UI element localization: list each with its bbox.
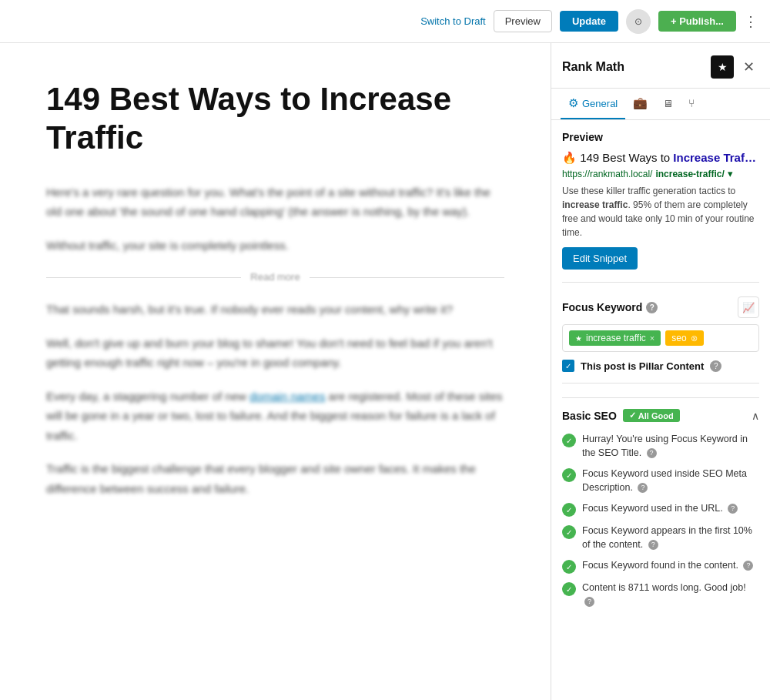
seo-item-4: ✓ Focus Keyword appears in the first 10%… (562, 524, 759, 551)
seo-item-help-6[interactable]: ? (584, 597, 594, 607)
seo-item-help-5[interactable]: ? (743, 561, 753, 571)
all-good-text: All Good (638, 411, 674, 420)
switch-to-draft-link[interactable]: Switch to Draft (420, 15, 486, 27)
seo-item-2: ✓ Focus Keyword used inside SEO Meta Des… (562, 467, 759, 494)
tab-schema[interactable]: ⑂ (681, 89, 702, 119)
divider-line-left (46, 277, 241, 278)
seo-item-help-3[interactable]: ? (728, 504, 738, 514)
section-divider-2 (562, 383, 759, 383)
paragraph-5: Every day, a staggering number of new do… (46, 387, 504, 446)
basic-seo-header[interactable]: Basic SEO ✓ All Good ∧ (562, 409, 759, 422)
basic-seo-label: Basic SEO (562, 410, 617, 422)
focus-keyword-header: Focus Keyword ? 📈 (562, 296, 759, 318)
pillar-checkbox[interactable]: ✓ (562, 360, 574, 372)
all-good-badge: ✓ All Good (623, 409, 680, 422)
seo-item-help-2[interactable]: ? (638, 483, 648, 493)
seo-item-help-1[interactable]: ? (647, 448, 657, 458)
pillar-help-icon[interactable]: ? (710, 360, 721, 372)
sidebar-tabs: ⚙ General 💼 🖥 ⑂ (551, 89, 770, 120)
url-base: https://rankmath.local/ (562, 169, 652, 179)
seo-check-icon-3: ✓ (562, 503, 576, 517)
tab-briefcase[interactable]: 💼 (625, 89, 655, 119)
seo-check-icon-6: ✓ (562, 582, 576, 596)
paragraph-4: Well, don't give up and burn your blog t… (46, 333, 504, 373)
paragraph-3: That sounds harsh, but it's true. If nob… (46, 300, 504, 320)
star-button[interactable]: ★ (711, 55, 734, 79)
settings-circle-button[interactable]: ⊙ (626, 9, 651, 34)
focus-keyword-label: Focus Keyword ? (562, 301, 658, 313)
edit-snippet-button[interactable]: Edit Snippet (562, 247, 638, 270)
seo-check-icon-5: ✓ (562, 560, 576, 574)
preview-url: https://rankmath.local/increase-traffic/… (562, 168, 759, 179)
seo-item-6: ✓ Content is 8711 words long. Good job! … (562, 581, 759, 608)
basic-seo-title: Basic SEO ✓ All Good (562, 409, 680, 422)
url-dropdown-icon[interactable]: ▾ (728, 168, 733, 179)
post-body: Here's a very rare question for you. Wha… (46, 183, 504, 499)
basic-seo-section: Basic SEO ✓ All Good ∧ ✓ Hurray! You're … (562, 397, 759, 608)
focus-keyword-text: Focus Keyword (562, 301, 642, 313)
seo-item-1: ✓ Hurray! You're using Focus Keyword in … (562, 433, 759, 460)
paragraph-6: Traffic is the biggest challenge that ev… (46, 459, 504, 498)
read-more-divider: Read more (46, 269, 504, 286)
sidebar-header: Rank Math ★ ✕ (551, 43, 770, 89)
trend-chart-icon: 📈 (742, 302, 755, 313)
pillar-label: This post is Pillar Content (581, 360, 704, 372)
briefcase-icon: 💼 (633, 96, 648, 110)
seo-item-help-4[interactable]: ? (648, 540, 658, 550)
focus-keyword-help-icon[interactable]: ? (646, 302, 658, 313)
focus-keyword-section: Focus Keyword ? 📈 ★ increase traffic × s… (562, 296, 759, 372)
keyword-tag-seo: seo ⊗ (665, 330, 703, 346)
keyword-tags-input[interactable]: ★ increase traffic × seo ⊗ (562, 324, 759, 352)
graph-icon: ⑂ (688, 97, 695, 109)
sidebar-title: Rank Math (562, 60, 624, 74)
rank-math-sidebar: Rank Math ★ ✕ ⚙ General 💼 🖥 ⑂ Preview (551, 43, 770, 700)
preview-label: Preview (562, 131, 759, 143)
seo-item-text-4: Focus Keyword appears in the first 10% o… (582, 524, 759, 551)
star-icon-small: ★ (575, 334, 582, 343)
preview-title-text: 149 Best Ways to (580, 151, 673, 164)
preview-button[interactable]: Preview (494, 10, 552, 32)
close-button[interactable]: ✕ (738, 57, 759, 77)
monitor-icon: 🖥 (663, 98, 673, 109)
tab-social[interactable]: 🖥 (655, 90, 681, 119)
domain-names-link[interactable]: domain names (249, 390, 325, 403)
trend-icon-button[interactable]: 📈 (738, 296, 759, 318)
top-bar: Switch to Draft Preview Update ⊙ + Publi… (0, 0, 770, 43)
preview-section: Preview 🔥 149 Best Ways to Increase Traf… (562, 131, 759, 270)
update-button[interactable]: Update (560, 11, 618, 32)
pillar-content-row: ✓ This post is Pillar Content ? (562, 360, 759, 372)
checkmark-icon: ✓ (629, 410, 636, 420)
seo-check-icon-2: ✓ (562, 468, 576, 482)
seo-item-text-2: Focus Keyword used inside SEO Meta Descr… (582, 467, 759, 494)
seo-item-text-1: Hurray! You're using Focus Keyword in th… (582, 433, 759, 460)
preview-title: 🔥 149 Best Ways to Increase Traf… (562, 151, 759, 165)
more-options-button[interactable]: ⋮ (744, 13, 758, 30)
main-content-area: 149 Best Ways to Increase Traffic Here's… (0, 43, 551, 700)
seo-check-icon-1: ✓ (562, 434, 576, 447)
collapse-chevron-icon[interactable]: ∧ (752, 410, 759, 422)
paragraph-2: Without traffic, your site is completely… (46, 236, 504, 256)
keyword-text-increase-traffic: increase traffic (586, 333, 646, 343)
desc-bold: increase traffic (562, 199, 628, 210)
preview-title-blue: Increase Traf… (673, 151, 756, 164)
gear-icon: ⚙ (568, 96, 578, 110)
keyword-tag-increase-traffic: ★ increase traffic × (569, 330, 661, 346)
remove-keyword-seo[interactable]: ⊗ (691, 333, 698, 343)
divider-line-right (310, 277, 504, 278)
seo-item-text-5: Focus Keyword found in the content. ? (582, 559, 753, 573)
remove-keyword-increase-traffic[interactable]: × (650, 333, 654, 343)
seo-item-text-6: Content is 8711 words long. Good job! ? (582, 581, 759, 608)
paragraph-1: Here's a very rare question for you. Wha… (46, 183, 504, 222)
publish-button[interactable]: + Publish... (658, 11, 736, 32)
section-divider-1 (562, 282, 759, 283)
fire-emoji-icon: 🔥 (562, 151, 577, 164)
tab-general-label: General (582, 98, 618, 109)
keyword-text-seo: seo (671, 333, 686, 343)
tab-general[interactable]: ⚙ General (561, 89, 625, 119)
post-title: 149 Best Ways to Increase Traffic (46, 80, 504, 158)
seo-item-text-3: Focus Keyword used in the URL. ? (582, 502, 738, 516)
url-bold: increase-traffic/ (655, 169, 724, 179)
seo-check-icon-4: ✓ (562, 525, 576, 539)
sidebar-body: Preview 🔥 149 Best Ways to Increase Traf… (551, 120, 770, 700)
preview-description: Use these killer traffic generation tact… (562, 184, 759, 239)
